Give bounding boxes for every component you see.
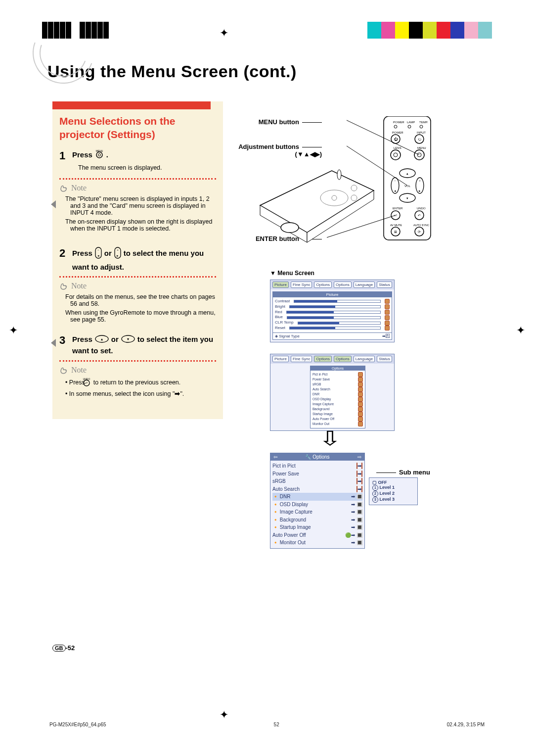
svg-text:+: + <box>419 179 421 182</box>
right-adjust-icon: +▸ <box>114 247 122 262</box>
menu-screen-heading: ▼ Menu Screen <box>270 270 314 277</box>
svg-text:+: + <box>117 248 119 251</box>
step-1-bullet: The menu screen is displayed. <box>78 163 216 172</box>
step-3-note: • Press UNDO↶ to return to the previous … <box>65 378 216 388</box>
svg-text:POWER: POWER <box>393 121 404 124</box>
hand-icon <box>59 282 68 290</box>
svg-text:AUTO SYNC: AUTO SYNC <box>413 224 429 227</box>
flow-down-arrow-icon: ⇩ <box>318 427 342 450</box>
device-illustration: POWERLAMPTEMP. POWERINPUT ⏻ ⭮ LENSMENU ▴… <box>243 116 433 250</box>
menu-screen-options-large: ⇦🔧 Options⇨ Pict in Pict ➡ Power Save ➡ … <box>270 453 365 549</box>
crosshair-icon: ✦ <box>220 709 228 721</box>
svg-text:LAMP: LAMP <box>407 121 415 124</box>
svg-text:⊠: ⊠ <box>394 230 397 234</box>
down-button-icon: ▾ <box>121 335 135 346</box>
print-footer: PG-M25X#E#p50_64.p65 52 02.4.29, 3:15 PM <box>49 722 485 727</box>
footer-page: 52 <box>274 722 279 727</box>
svg-point-2 <box>98 154 101 156</box>
step-1-note: The on-screen display shown on the right… <box>65 218 216 232</box>
footer-datetime: 02.4.29, 3:15 PM <box>447 722 485 727</box>
right-arrow-icon: ➡ <box>175 390 180 397</box>
note-heading: Note <box>59 184 223 192</box>
flow-arrow-icon <box>51 339 56 347</box>
svg-text:◂: ◂ <box>394 189 396 192</box>
svg-rect-16 <box>384 116 431 240</box>
note-heading: Note <box>59 282 223 290</box>
hand-icon <box>59 366 68 375</box>
undo-button-icon: UNDO↶ <box>87 378 91 388</box>
label-submenu: Sub menu <box>399 469 430 476</box>
step-2-note: When using the GyroRemote to move throug… <box>65 309 216 323</box>
page-number: GB-52 <box>52 644 75 652</box>
up-button-icon: ▴ <box>94 335 109 346</box>
page-title: Using the Menu Screen (cont.) <box>47 62 433 81</box>
svg-text:▸: ▸ <box>419 189 421 192</box>
svg-text:▴: ▴ <box>406 172 408 175</box>
svg-point-62 <box>337 170 341 180</box>
menu-screen-options-small: PictureFine SyncOptionsOptionsLanguageSt… <box>270 354 395 431</box>
svg-text:⟳: ⟳ <box>418 230 421 234</box>
svg-text:VOL: VOL <box>404 185 411 188</box>
step-2: 2 Press −◂ or +▸ to select the menu you … <box>52 247 223 272</box>
crosshair-icon: ✦ <box>220 27 228 40</box>
svg-point-61 <box>281 223 299 233</box>
svg-text:▸: ▸ <box>117 254 119 257</box>
crosshair-icon: ✦ <box>516 324 525 337</box>
svg-text:ENTER: ENTER <box>393 207 403 210</box>
svg-text:▴: ▴ <box>101 337 103 341</box>
menu-screen-picture: PictureFine SyncOptionsOptionsLanguageSt… <box>270 280 395 342</box>
menu-button-icon: MENU <box>94 149 104 161</box>
step-3: 3 Press ▴ or ▾ to select the item you wa… <box>52 334 223 356</box>
svg-text:LENS: LENS <box>394 146 401 149</box>
crosshair-icon: ✦ <box>9 324 18 337</box>
svg-text:↶: ↶ <box>85 381 88 385</box>
svg-text:TEMP.: TEMP. <box>419 121 428 124</box>
cmyk-bars <box>367 22 492 40</box>
hand-icon <box>59 184 68 192</box>
submenu-panel: ▢ OFF1 Level 12 Level 23 Level 3 <box>369 477 418 505</box>
flow-arrow-icon <box>51 200 56 208</box>
svg-point-1 <box>96 152 102 158</box>
svg-text:▾: ▾ <box>406 196 408 200</box>
step-1: 1 Press MENU . The menu screen is displa… <box>52 149 223 174</box>
footer-file: PG-M25X#E#p50_64.p65 <box>49 722 106 727</box>
section-title: Menu Selections on the projector (Settin… <box>52 109 223 146</box>
note-heading: Note <box>59 366 223 375</box>
left-adjust-icon: −◂ <box>94 247 102 262</box>
step-2-note: For details on the menus, see the tree c… <box>65 293 216 307</box>
svg-text:POWER: POWER <box>392 131 403 134</box>
svg-text:◂: ◂ <box>97 254 99 257</box>
svg-text:INPUT: INPUT <box>417 131 426 134</box>
svg-text:▾: ▾ <box>127 337 129 341</box>
step-1-text: Press <box>72 150 94 159</box>
svg-text:⏻: ⏻ <box>394 137 398 142</box>
svg-text:−: − <box>97 248 99 251</box>
svg-text:AV MUTE: AV MUTE <box>390 224 402 227</box>
svg-text:MENU: MENU <box>417 146 426 149</box>
svg-text:↶: ↶ <box>418 214 421 217</box>
instructions-panel: Menu Selections on the projector (Settin… <box>52 101 223 419</box>
svg-text:⭮: ⭮ <box>418 138 421 141</box>
step-3-note: • In some menus, select the icon using "… <box>65 390 216 397</box>
svg-text:−: − <box>394 179 396 182</box>
step-1-note: The "Picture" menu screen is displayed i… <box>65 195 216 216</box>
svg-text:UNDO: UNDO <box>417 207 426 210</box>
